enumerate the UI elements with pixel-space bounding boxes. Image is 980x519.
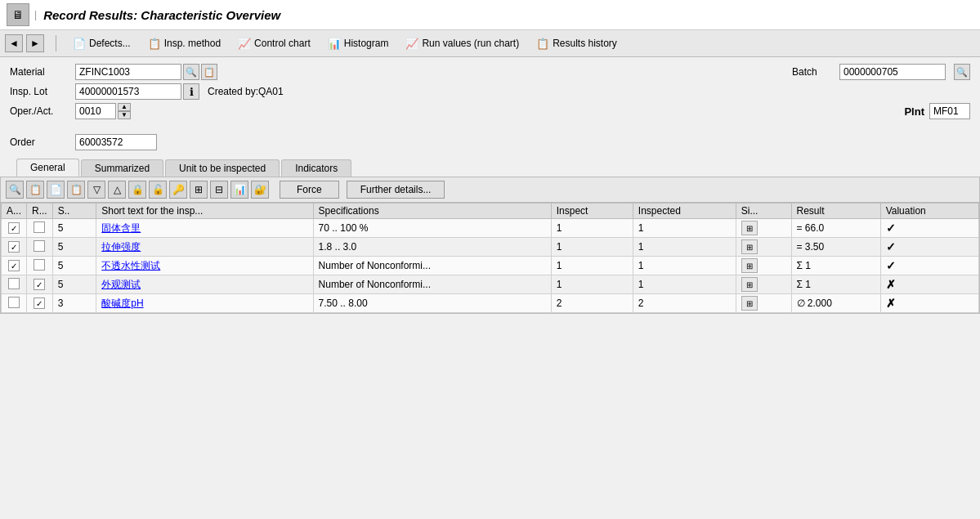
insp-lot-info-btn[interactable]: ℹ <box>183 83 199 100</box>
forward-button[interactable]: ► <box>26 34 44 52</box>
col-r-check[interactable] <box>27 257 53 275</box>
run-values-icon: 📈 <box>405 36 419 51</box>
col-inspect: 1 <box>551 238 633 257</box>
control-chart-button[interactable]: 📈 Control chart <box>233 34 315 53</box>
plnt-input[interactable] <box>929 103 970 119</box>
tab-indicators[interactable]: Indicators <box>281 159 351 177</box>
tbl-filter-btn[interactable]: ▽ <box>87 181 105 199</box>
tab-summarized[interactable]: Summarized <box>81 159 163 177</box>
col-short-text[interactable]: 酸碱度pH <box>96 294 313 313</box>
col-a-check[interactable]: ✓ <box>2 219 27 238</box>
col-short-text[interactable]: 外观测试 <box>96 275 313 294</box>
a-checkbox[interactable]: ✓ <box>8 222 20 234</box>
insp-method-button[interactable]: 📋 Insp. method <box>143 34 225 53</box>
col-si[interactable]: ⊞ <box>736 257 791 275</box>
batch-input[interactable] <box>839 64 946 80</box>
short-text-link[interactable]: 固体含里 <box>101 222 141 234</box>
col-r-check[interactable]: ✓ <box>27 275 53 294</box>
table-row[interactable]: ✓5外观测试Number of Nonconformi...11⊞Σ 1✗ <box>2 275 979 294</box>
col-a-check[interactable]: ✓ <box>2 238 27 257</box>
table-row[interactable]: ✓3酸碱度pH7.50 .. 8.0022⊞∅ 2.000✗ <box>2 294 979 313</box>
oper-up-btn[interactable]: ▲ <box>118 103 131 111</box>
col-header-inspect: Inspect <box>551 204 633 219</box>
col-r-check[interactable] <box>27 238 53 257</box>
defects-button[interactable]: 📄 Defects... <box>68 34 135 53</box>
tbl-table-btn[interactable]: ⊟ <box>210 181 228 199</box>
tbl-btn2[interactable]: 📄 <box>47 181 65 199</box>
insp-method-icon: 📋 <box>147 36 162 51</box>
tbl-sort-btn[interactable]: △ <box>108 181 126 199</box>
si-icon[interactable]: ⊞ <box>741 277 758 292</box>
col-a-check[interactable] <box>2 275 27 294</box>
short-text-link[interactable]: 不透水性测试 <box>101 260 160 271</box>
valuation-icon: ✓ <box>886 240 896 253</box>
tbl-lock-btn[interactable]: 🔒 <box>128 181 146 199</box>
main-toolbar: ◄ ► 📄 Defects... 📋 Insp. method 📈 Contro… <box>0 30 980 57</box>
col-valuation: ✓ <box>880 257 978 275</box>
material-copy-btn[interactable]: 📋 <box>201 64 217 80</box>
short-text-link[interactable]: 酸碱度pH <box>101 298 143 309</box>
r-checkbox[interactable]: ✓ <box>34 279 45 290</box>
a-checkbox[interactable]: ✓ <box>8 241 20 253</box>
order-section: Order General Summarized Unit to be insp… <box>0 129 980 177</box>
col-header-s: S.. <box>52 204 96 219</box>
col-r-check[interactable]: ✓ <box>27 294 53 313</box>
si-icon[interactable]: ⊞ <box>741 239 758 254</box>
table-section: 🔍 📋 📄 📋 ▽ △ 🔒 🔓 🔑 ⊞ ⊟ 📊 🔐 Force Further … <box>0 177 980 314</box>
batch-search-btn[interactable]: 🔍 <box>954 64 970 80</box>
si-icon[interactable]: ⊞ <box>741 221 758 235</box>
tbl-unlock-btn[interactable]: 🔑 <box>169 181 187 199</box>
col-r-check[interactable] <box>27 219 53 238</box>
tbl-key-btn[interactable]: 🔐 <box>251 181 269 199</box>
tbl-search-btn[interactable]: 🔍 <box>6 181 24 199</box>
further-details-button[interactable]: Further details... <box>347 181 445 199</box>
oper-act-input[interactable] <box>75 103 116 119</box>
tab-unit-inspect[interactable]: Unit to be inspected <box>165 159 280 177</box>
col-short-text[interactable]: 固体含里 <box>96 219 313 238</box>
col-si[interactable]: ⊞ <box>736 275 791 294</box>
col-short-text[interactable]: 拉伸强度 <box>96 238 313 257</box>
results-history-button[interactable]: 📋 Results history <box>531 34 621 53</box>
col-si[interactable]: ⊞ <box>736 238 791 257</box>
col-specs: 1.8 .. 3.0 <box>313 238 551 257</box>
tbl-btn1[interactable]: 📋 <box>26 181 44 199</box>
short-text-link[interactable]: 拉伸强度 <box>101 241 141 253</box>
a-checkbox[interactable]: ✓ <box>8 260 20 271</box>
table-row[interactable]: ✓5不透水性测试Number of Nonconformi...11⊞Σ 1✓ <box>2 257 979 275</box>
table-row[interactable]: ✓5拉伸强度1.8 .. 3.011⊞= 3.50✓ <box>2 238 979 257</box>
si-icon[interactable]: ⊞ <box>741 296 758 311</box>
material-input[interactable] <box>75 64 181 80</box>
histogram-button[interactable]: 📊 Histogram <box>323 34 393 53</box>
oper-down-btn[interactable]: ▼ <box>118 111 131 119</box>
r-checkbox[interactable] <box>34 240 45 252</box>
force-button[interactable]: Force <box>280 181 339 199</box>
col-a-check[interactable] <box>2 294 27 313</box>
back-button[interactable]: ◄ <box>5 34 23 52</box>
r-checkbox[interactable] <box>34 259 45 271</box>
results-history-icon: 📋 <box>535 36 550 51</box>
tbl-grid-btn[interactable]: ⊞ <box>190 181 208 199</box>
si-icon[interactable]: ⊞ <box>741 258 758 273</box>
r-checkbox[interactable]: ✓ <box>34 298 45 309</box>
run-values-button[interactable]: 📈 Run values (run chart) <box>401 34 523 53</box>
a-checkbox[interactable] <box>8 297 20 308</box>
col-a-check[interactable]: ✓ <box>2 257 27 275</box>
insp-lot-input[interactable] <box>75 83 181 100</box>
a-checkbox[interactable] <box>8 278 20 289</box>
r-checkbox[interactable] <box>34 221 45 233</box>
table-row[interactable]: ✓5固体含里70 .. 100 %11⊞= 66.0✓ <box>2 219 979 238</box>
col-short-text[interactable]: 不透水性测试 <box>96 257 313 275</box>
col-si[interactable]: ⊞ <box>736 294 791 313</box>
tbl-lock2-btn[interactable]: 🔓 <box>149 181 167 199</box>
title-bar: 🖥 | Record Results: Characteristic Overv… <box>0 0 980 30</box>
order-input[interactable] <box>75 134 157 150</box>
tab-general[interactable]: General <box>16 159 79 177</box>
short-text-link[interactable]: 外观测试 <box>101 279 141 290</box>
tbl-btn3[interactable]: 📋 <box>67 181 85 199</box>
col-si[interactable]: ⊞ <box>736 219 791 238</box>
form-area: Material 🔍 📋 Batch 🔍 Insp. Lot ℹ Created… <box>0 57 980 129</box>
col-inspect: 2 <box>551 294 633 313</box>
tbl-export-btn[interactable]: 📊 <box>230 181 248 199</box>
material-search-btn[interactable]: 🔍 <box>183 64 199 80</box>
created-by-label: Created by:QA01 <box>208 86 284 97</box>
